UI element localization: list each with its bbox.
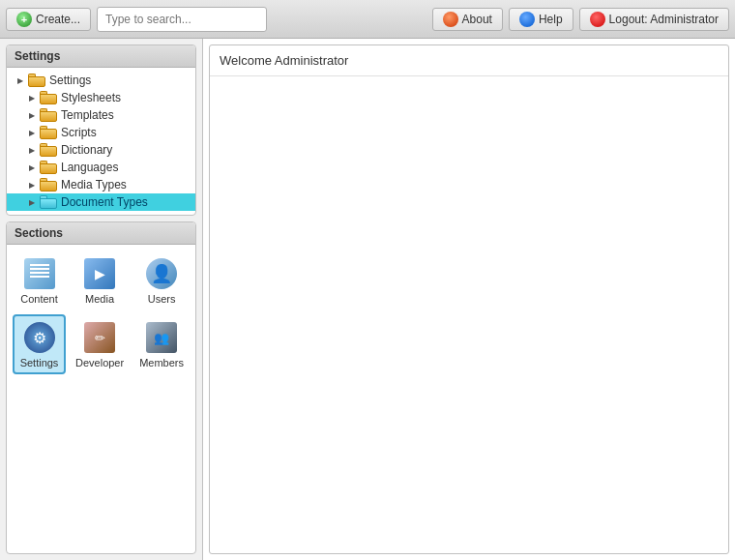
logout-label: Logout: Administrator	[609, 13, 719, 26]
media-types-label: Media Types	[61, 178, 127, 192]
languages-label: Languages	[61, 161, 118, 174]
templates-folder-icon	[40, 108, 57, 122]
tree-area: ▶ Settings ▶ Stylesheets	[7, 68, 195, 215]
content-section-label: Content	[20, 293, 58, 305]
tree-item-document-types[interactable]: ▶ Document Types	[7, 193, 195, 211]
settings-section-icon-wrapper: ⚙	[22, 320, 57, 355]
scripts-label: Scripts	[61, 126, 97, 139]
create-label: Create...	[36, 13, 80, 26]
users-icon: 👤	[146, 258, 177, 289]
languages-folder-icon	[40, 161, 57, 174]
about-button[interactable]: About	[432, 8, 503, 31]
developer-icon: ✏	[84, 322, 115, 353]
stylesheets-arrow: ▶	[26, 92, 38, 103]
stylesheets-folder-icon	[40, 91, 57, 104]
create-icon: +	[16, 12, 32, 27]
tree-item-templates[interactable]: ▶ Templates	[7, 106, 195, 124]
languages-arrow: ▶	[26, 162, 38, 173]
members-section-label: Members	[139, 357, 184, 368]
sections-grid: Content Media 👤 Users ⚙	[7, 245, 195, 380]
search-input[interactable]	[97, 7, 267, 32]
settings-folder-icon	[28, 74, 45, 87]
dictionary-label: Dictionary	[61, 143, 112, 157]
about-icon	[443, 12, 458, 27]
document-types-label: Document Types	[61, 195, 148, 209]
about-label: About	[462, 13, 492, 26]
tree-item-settings[interactable]: ▶ Settings	[7, 72, 195, 89]
left-panel: Settings ▶ Settings ▶	[0, 39, 203, 560]
logout-icon	[590, 12, 605, 27]
content-icon	[24, 258, 55, 289]
dictionary-arrow: ▶	[26, 144, 38, 156]
sections-section-header: Sections	[7, 222, 195, 245]
members-icon: 👥	[146, 322, 177, 353]
scripts-folder-icon	[40, 126, 57, 139]
main-layout: Settings ▶ Settings ▶	[0, 39, 735, 560]
section-item-media[interactable]: Media	[70, 251, 130, 310]
tree-item-scripts[interactable]: ▶ Scripts	[7, 124, 195, 141]
media-section-icon	[82, 256, 117, 291]
developer-section-label: Developer	[75, 357, 124, 368]
media-types-folder-icon	[40, 178, 57, 192]
tree-item-media-types[interactable]: ▶ Media Types	[7, 176, 195, 193]
settings-section-header: Settings	[7, 45, 195, 68]
sections-section: Sections Content Media 👤	[6, 221, 196, 554]
settings-section-icon: ⚙	[24, 322, 55, 353]
members-section-icon: 👥	[144, 320, 179, 355]
media-types-arrow: ▶	[26, 179, 38, 191]
create-button[interactable]: + Create...	[6, 8, 91, 31]
logout-button[interactable]: Logout: Administrator	[579, 8, 729, 31]
users-section-label: Users	[148, 293, 176, 305]
templates-label: Templates	[61, 108, 114, 122]
help-button[interactable]: Help	[509, 8, 573, 31]
section-item-members[interactable]: 👥 Members	[133, 314, 190, 374]
document-types-arrow: ▶	[26, 196, 38, 208]
welcome-text: Welcome Administrator	[210, 45, 728, 76]
tree-item-languages[interactable]: ▶ Languages	[7, 159, 195, 176]
content-section-icon	[22, 256, 57, 291]
developer-section-icon: ✏	[82, 320, 117, 355]
right-panel: Welcome Administrator	[203, 39, 735, 560]
scripts-arrow: ▶	[26, 127, 38, 138]
tree-item-stylesheets[interactable]: ▶ Stylesheets	[7, 89, 195, 106]
topbar: + Create... About Help Logout: Administr…	[0, 0, 735, 39]
settings-section-label: Settings	[20, 357, 59, 368]
content-area: Welcome Administrator	[209, 44, 729, 554]
section-item-users[interactable]: 👤 Users	[133, 251, 190, 310]
tree-item-dictionary[interactable]: ▶ Dictionary	[7, 141, 195, 159]
section-item-developer[interactable]: ✏ Developer	[70, 314, 130, 374]
help-icon	[519, 12, 535, 27]
media-icon	[84, 258, 115, 289]
help-label: Help	[539, 13, 563, 26]
stylesheets-label: Stylesheets	[61, 91, 121, 104]
settings-arrow: ▶	[15, 74, 26, 86]
section-item-content[interactable]: Content	[13, 251, 66, 310]
settings-section: Settings ▶ Settings ▶	[6, 44, 196, 216]
media-section-label: Media	[85, 293, 114, 305]
users-section-icon: 👤	[144, 256, 179, 291]
settings-label: Settings	[49, 74, 91, 87]
dictionary-folder-icon	[40, 143, 57, 157]
document-types-folder-icon	[40, 195, 57, 209]
templates-arrow: ▶	[26, 109, 38, 121]
section-item-settings[interactable]: ⚙ Settings	[13, 314, 66, 374]
